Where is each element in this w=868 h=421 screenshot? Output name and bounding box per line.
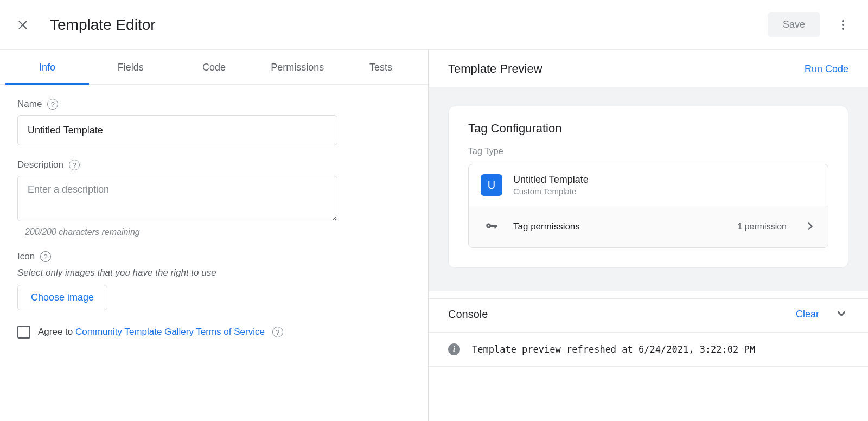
clear-button[interactable]: Clear bbox=[796, 309, 819, 320]
help-icon[interactable]: ? bbox=[272, 327, 283, 337]
tab-permissions[interactable]: Permissions bbox=[256, 50, 339, 84]
run-code-button[interactable]: Run Code bbox=[805, 63, 848, 75]
tag-type-row[interactable]: U Untitled Template Custom Template bbox=[469, 164, 828, 206]
tab-info[interactable]: Info bbox=[5, 50, 89, 84]
editor-pane: Info Fields Code Permissions Tests Name … bbox=[0, 50, 429, 421]
tab-tests[interactable]: Tests bbox=[339, 50, 423, 84]
tab-code[interactable]: Code bbox=[173, 50, 256, 84]
save-button[interactable]: Save bbox=[768, 12, 820, 37]
preview-title: Template Preview bbox=[448, 62, 542, 76]
permissions-count: 1 permission bbox=[737, 222, 787, 232]
tag-permissions-row[interactable]: Tag permissions 1 permission bbox=[469, 206, 828, 247]
svg-point-0 bbox=[842, 20, 844, 22]
tag-type-label: Tag Type bbox=[449, 146, 848, 164]
agree-prefix: Agree to bbox=[38, 327, 75, 337]
chevron-down-icon[interactable] bbox=[834, 307, 848, 322]
help-icon[interactable]: ? bbox=[47, 99, 58, 110]
description-label: Description bbox=[17, 160, 63, 170]
tag-subtype: Custom Template bbox=[513, 187, 589, 196]
help-icon[interactable]: ? bbox=[40, 251, 51, 262]
permissions-label: Tag permissions bbox=[513, 221, 726, 232]
choose-image-button[interactable]: Choose image bbox=[17, 285, 107, 310]
chevron-right-icon bbox=[804, 220, 816, 234]
icon-hint: Select only images that you have the rig… bbox=[17, 267, 411, 278]
help-icon[interactable]: ? bbox=[69, 160, 80, 170]
more-menu-icon[interactable] bbox=[835, 17, 851, 33]
template-icon: U bbox=[481, 174, 502, 196]
console-message: Template preview refreshed at 6/24/2021,… bbox=[472, 344, 755, 355]
char-count: 200/200 characters remaining bbox=[25, 227, 411, 237]
page-title: Template Editor bbox=[50, 16, 768, 34]
tag-name: Untitled Template bbox=[513, 174, 589, 186]
editor-header: Template Editor Save bbox=[0, 0, 868, 50]
console-header: Console Clear bbox=[429, 298, 868, 333]
console-row: i Template preview refreshed at 6/24/202… bbox=[429, 333, 868, 367]
description-textarea[interactable] bbox=[17, 176, 337, 221]
info-icon: i bbox=[448, 343, 460, 355]
icon-label: Icon bbox=[17, 251, 35, 262]
svg-point-1 bbox=[842, 24, 844, 26]
preview-pane: Template Preview Run Code Tag Configurat… bbox=[429, 50, 868, 421]
console-title: Console bbox=[448, 308, 796, 321]
tabs: Info Fields Code Permissions Tests bbox=[0, 50, 428, 85]
name-label: Name bbox=[17, 99, 42, 110]
tag-config-card: Tag Configuration Tag Type U Untitled Te… bbox=[448, 106, 848, 268]
card-title: Tag Configuration bbox=[449, 122, 848, 146]
agree-checkbox[interactable] bbox=[17, 326, 30, 339]
close-icon[interactable] bbox=[15, 17, 30, 33]
tab-fields[interactable]: Fields bbox=[89, 50, 173, 84]
svg-point-2 bbox=[842, 28, 844, 30]
terms-link[interactable]: Community Template Gallery Terms of Serv… bbox=[75, 327, 265, 337]
name-input[interactable] bbox=[17, 115, 337, 145]
key-icon bbox=[481, 216, 502, 238]
